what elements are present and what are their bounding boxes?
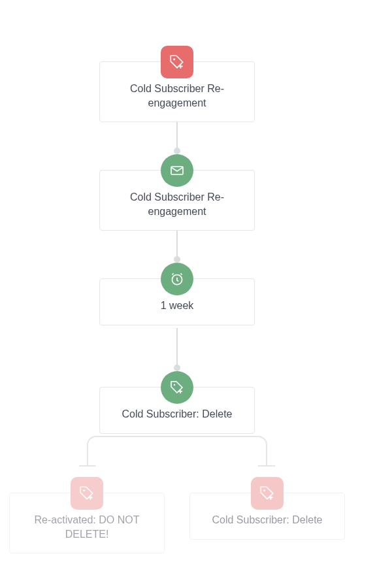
connector-dot: [174, 256, 180, 263]
svg-rect-3: [171, 167, 183, 174]
svg-point-5: [174, 384, 176, 386]
node-label: Cold Subscriber Re-engagement: [112, 190, 242, 218]
flow-node-condition[interactable]: Cold Subscriber: Delete: [99, 387, 255, 434]
svg-point-11: [263, 489, 265, 491]
flow-node-trigger[interactable]: Cold Subscriber Re-engagement: [99, 61, 255, 122]
node-label: 1 week: [112, 299, 242, 313]
tag-add-icon: [161, 371, 193, 404]
connector: [176, 328, 178, 367]
flow-node-branch-right[interactable]: Cold Subscriber: Delete: [189, 493, 345, 540]
envelope-icon: [161, 154, 193, 187]
node-label: Cold Subscriber: Delete: [112, 407, 242, 421]
branch-split: [87, 436, 267, 455]
flow-canvas: Cold Subscriber Re-engagement Cold Subsc…: [0, 0, 392, 575]
branch-tick: [258, 465, 275, 467]
branch-stub: [87, 455, 88, 465]
branch-stub: [266, 455, 267, 465]
flow-node-branch-left[interactable]: Re-activated: DO NOT DELETE!: [9, 493, 165, 553]
branch-tick: [79, 465, 96, 467]
flow-node-email[interactable]: Cold Subscriber Re-engagement: [99, 170, 255, 231]
node-label: Cold Subscriber: Delete: [202, 513, 333, 527]
tag-add-icon: [71, 477, 103, 510]
svg-point-8: [83, 489, 85, 491]
flow-node-delay[interactable]: 1 week: [99, 278, 255, 325]
tag-add-icon: [161, 46, 193, 78]
connector-dot: [174, 148, 180, 154]
tag-add-icon: [251, 477, 284, 510]
clock-icon: [161, 263, 193, 295]
connector-dot: [174, 365, 180, 371]
svg-point-0: [173, 58, 175, 60]
node-label: Re-activated: DO NOT DELETE!: [22, 513, 152, 541]
node-label: Cold Subscriber Re-engagement: [112, 82, 242, 110]
